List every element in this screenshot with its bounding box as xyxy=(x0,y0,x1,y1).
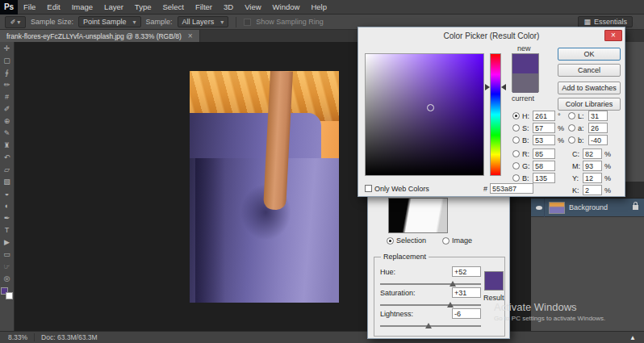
type-tool[interactable]: T xyxy=(0,224,15,236)
result-color-swatch[interactable] xyxy=(484,271,504,291)
a-input[interactable] xyxy=(588,123,608,133)
document-image[interactable] xyxy=(190,71,339,303)
image-radio-row: Image xyxy=(442,236,472,245)
color-field-marker[interactable] xyxy=(427,104,434,111)
b-input[interactable] xyxy=(533,135,555,145)
lightness-input[interactable] xyxy=(452,308,481,319)
menu-3d[interactable]: 3D xyxy=(218,0,239,15)
pen-tool[interactable]: ✒ xyxy=(0,212,15,224)
history-brush-tool[interactable]: ↶ xyxy=(0,152,15,164)
m-input[interactable] xyxy=(583,161,602,171)
path-selection-tool[interactable]: ▶ xyxy=(0,236,15,249)
r-input[interactable] xyxy=(533,148,555,159)
menu-help[interactable]: Help xyxy=(305,0,332,15)
eyedropper-tool[interactable]: ✐ xyxy=(0,103,15,115)
hue-slider[interactable] xyxy=(380,281,481,287)
menu-type[interactable]: Type xyxy=(129,0,157,15)
g-radio[interactable] xyxy=(512,162,520,169)
menu-window[interactable]: Window xyxy=(267,0,306,15)
g-input[interactable] xyxy=(533,161,555,171)
add-to-swatches-button[interactable]: Add to Swatches xyxy=(558,82,621,94)
h-radio[interactable] xyxy=(512,112,520,119)
quick-selection-tool[interactable]: ✏ xyxy=(0,79,15,91)
hue-input[interactable] xyxy=(452,266,481,277)
cancel-button[interactable]: Cancel xyxy=(558,64,621,77)
status-menu-icon[interactable]: ▲ xyxy=(629,334,636,341)
r-radio[interactable] xyxy=(512,150,520,157)
layer-visibility-toggle[interactable] xyxy=(534,199,545,217)
saturation-slider-track[interactable] xyxy=(380,304,481,306)
menu-layer[interactable]: Layer xyxy=(98,0,129,15)
h-input[interactable] xyxy=(533,111,555,121)
eraser-tool[interactable]: ▱ xyxy=(0,164,15,176)
background-color-swatch[interactable] xyxy=(6,292,13,299)
menu-view[interactable]: View xyxy=(239,0,266,15)
a-radio[interactable] xyxy=(568,124,575,132)
b3-radio[interactable] xyxy=(568,136,575,144)
sample-dropdown[interactable]: All Layers ▾ xyxy=(178,16,229,27)
menu-edit[interactable]: Edit xyxy=(41,0,65,15)
s-radio[interactable] xyxy=(512,124,520,132)
document-tab[interactable]: frank-flores-eyFcZLLYvfA-unsplash.jpg @ … xyxy=(0,30,200,42)
foreground-background-swatches[interactable] xyxy=(1,287,13,299)
clone-stamp-tool[interactable]: ♜ xyxy=(0,140,15,152)
menu-file[interactable]: File xyxy=(18,0,41,15)
brush-tool[interactable]: ✎ xyxy=(0,128,15,140)
tool-preset-button[interactable]: ✐ ▾ xyxy=(5,16,26,28)
sample-size-label: Sample Size: xyxy=(31,18,73,26)
c-input[interactable] xyxy=(583,148,602,159)
l-radio[interactable] xyxy=(568,112,575,119)
tab-close-icon[interactable]: × xyxy=(188,32,193,40)
saturation-slider-thumb[interactable] xyxy=(447,302,454,307)
lightness-slider-thumb[interactable] xyxy=(425,323,432,328)
dodge-tool[interactable]: ◐ xyxy=(0,200,15,212)
saturation-slider[interactable] xyxy=(380,302,481,308)
sample-size-dropdown[interactable]: Point Sample ▾ xyxy=(78,16,141,27)
b3-input[interactable] xyxy=(588,135,608,145)
ok-button[interactable]: OK xyxy=(558,48,621,61)
s-label: S: xyxy=(522,124,530,132)
lightness-slider[interactable] xyxy=(380,323,481,329)
hex-input[interactable] xyxy=(490,183,533,194)
l-input[interactable] xyxy=(588,111,608,121)
saturation-input[interactable] xyxy=(452,287,481,298)
k-input[interactable] xyxy=(583,185,602,195)
hand-tool[interactable]: ☞ xyxy=(0,261,15,273)
color-field[interactable] xyxy=(365,53,484,176)
spot-healing-tool[interactable]: ⊕ xyxy=(0,115,15,128)
only-web-colors-checkbox[interactable] xyxy=(365,185,372,192)
hue-slider-track[interactable] xyxy=(380,283,481,285)
b-unit: % xyxy=(558,136,564,144)
new-color-label: new xyxy=(517,44,531,52)
b2-radio[interactable] xyxy=(512,174,520,182)
s-input[interactable] xyxy=(533,123,555,133)
workspace-switcher[interactable]: ▦ Essentials xyxy=(578,16,633,27)
hue-marker-left-icon[interactable] xyxy=(485,84,490,90)
b2-input[interactable] xyxy=(533,173,555,183)
crop-tool[interactable]: # xyxy=(0,91,15,103)
move-tool[interactable]: ✛ xyxy=(0,43,15,55)
rectangle-tool[interactable]: ▭ xyxy=(0,249,15,261)
menu-image[interactable]: Image xyxy=(66,0,98,15)
rectangular-marquee-tool[interactable]: ▢ xyxy=(0,55,15,67)
blur-tool[interactable]: ◒ xyxy=(0,188,15,200)
menu-filter[interactable]: Filter xyxy=(190,0,218,15)
zoom-level[interactable]: 8.33% xyxy=(8,333,27,341)
y-input[interactable] xyxy=(583,173,602,183)
image-radio[interactable] xyxy=(442,237,450,245)
layer-row-background[interactable]: Background xyxy=(531,199,644,217)
lasso-tool[interactable]: ∮ xyxy=(0,67,15,79)
show-sampling-ring-checkbox[interactable] xyxy=(244,19,251,26)
hue-marker-right-icon[interactable] xyxy=(501,84,506,90)
zoom-tool[interactable]: ◎ xyxy=(0,273,15,285)
color-libraries-button[interactable]: Color Libraries xyxy=(558,98,621,111)
b-radio[interactable] xyxy=(512,136,520,144)
hue-strip[interactable] xyxy=(490,53,501,176)
dialog-titlebar[interactable]: Color Picker (Result Color) xyxy=(358,27,625,44)
gradient-tool[interactable]: ▧ xyxy=(0,176,15,188)
selection-radio[interactable] xyxy=(387,237,394,245)
hue-slider-thumb[interactable] xyxy=(450,281,456,287)
close-icon[interactable]: × xyxy=(604,30,622,41)
menu-select[interactable]: Select xyxy=(157,0,189,15)
layer-thumbnail[interactable] xyxy=(549,202,565,214)
